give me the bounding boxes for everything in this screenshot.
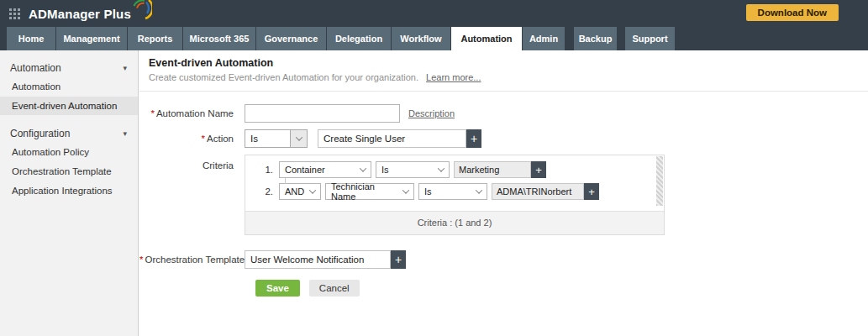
- add-orchestration-template-button[interactable]: +: [391, 250, 406, 269]
- required-asterisk: *: [139, 255, 143, 265]
- tab-home[interactable]: Home: [7, 27, 55, 50]
- criteria-row: Criteria 1. Container Is Marketing: [139, 155, 868, 235]
- chevron-down-icon: [305, 184, 320, 199]
- orchestration-template-value: User Welcome Notification: [250, 255, 364, 265]
- sidebar-item-automation[interactable]: Automation: [0, 77, 138, 96]
- app-header: ADManager Plus Download Now: [0, 0, 868, 27]
- sidebar-section-title: Automation: [10, 62, 61, 74]
- tab-backup[interactable]: Backup: [574, 27, 617, 50]
- tab-management[interactable]: Management: [56, 27, 127, 50]
- criteria-2-operator-value: Is: [424, 186, 432, 197]
- page-subtitle: Create customized Event-driven Automatio…: [149, 72, 868, 82]
- chevron-down-icon: [355, 162, 371, 177]
- page-subtitle-text: Create customized Event-driven Automatio…: [149, 72, 418, 82]
- criteria-index: 1.: [245, 165, 279, 175]
- add-criteria-2-button[interactable]: +: [584, 183, 599, 200]
- plus-icon: +: [395, 253, 402, 266]
- tab-governance[interactable]: Governance: [256, 27, 326, 50]
- sidebar-item-event-driven-automation[interactable]: Event-driven Automation: [0, 97, 138, 115]
- action-value-field[interactable]: Create Single User: [318, 129, 466, 148]
- add-action-button[interactable]: +: [466, 129, 481, 148]
- save-button[interactable]: Save: [255, 280, 300, 297]
- cancel-button[interactable]: Cancel: [309, 280, 360, 297]
- chevron-down-icon: [290, 130, 307, 147]
- criteria-2-logic-value: AND: [285, 186, 304, 197]
- main-content: Event-driven Automation Create customize…: [139, 50, 868, 336]
- description-link[interactable]: Description: [408, 108, 455, 118]
- action-value: Create Single User: [324, 134, 405, 144]
- chevron-down-icon: [434, 162, 449, 177]
- learn-more-link[interactable]: Learn more...: [426, 72, 481, 82]
- automation-name-label: *Automation Name: [139, 104, 245, 123]
- criteria-row-1: 1. Container Is Marketing +: [245, 161, 652, 178]
- sidebar-item-orchestration-template[interactable]: Orchestration Template: [0, 162, 138, 181]
- event-automation-form: *Automation Name Description *Action Is …: [139, 92, 868, 297]
- criteria-2-logic-select[interactable]: AND: [279, 183, 321, 200]
- plus-icon: +: [535, 164, 542, 176]
- page-title: Event-driven Automation: [149, 57, 868, 69]
- tab-delegation[interactable]: Delegation: [327, 27, 391, 50]
- action-row: *Action Is Create Single User +: [139, 129, 868, 148]
- criteria-1-field-value: Container: [285, 165, 325, 175]
- sidebar-section-configuration[interactable]: Configuration ▾: [0, 123, 138, 143]
- criteria-index: 2.: [245, 186, 279, 197]
- action-operator-value: Is: [250, 134, 258, 144]
- chevron-down-icon: [471, 184, 487, 199]
- orchestration-template-field[interactable]: User Welcome Notification: [245, 250, 391, 269]
- tab-workflow[interactable]: Workflow: [392, 27, 450, 50]
- sidebar: Automation ▾ Automation Event-driven Aut…: [0, 50, 139, 336]
- criteria-row-2: 2. AND Technician Name Is: [245, 183, 652, 200]
- sidebar-section-title: Configuration: [10, 128, 70, 139]
- criteria-connector-line: [285, 178, 286, 184]
- criteria-summary: Criteria : (1 and 2): [245, 211, 664, 234]
- tab-microsoft-365[interactable]: Microsoft 365: [183, 27, 255, 50]
- criteria-box: 1. Container Is Marketing + 2.: [245, 155, 665, 235]
- main-navigation: Home Management Reports Microsoft 365 Go…: [0, 27, 868, 50]
- logo-swoosh-icon: [132, 0, 152, 20]
- sidebar-item-automation-policy[interactable]: Automation Policy: [0, 143, 138, 161]
- tab-reports[interactable]: Reports: [128, 27, 182, 50]
- criteria-2-value-field[interactable]: ADMA\TRINorbert: [492, 183, 584, 200]
- chevron-down-icon: [399, 184, 413, 199]
- action-operator-select[interactable]: Is: [245, 129, 308, 148]
- orchestration-template-row: *Orchestration Template User Welcome Not…: [139, 250, 868, 269]
- criteria-scrollbar[interactable]: [656, 156, 663, 206]
- required-asterisk: *: [202, 134, 205, 144]
- criteria-1-operator-value: Is: [381, 165, 389, 175]
- download-now-button[interactable]: Download Now: [746, 4, 839, 21]
- app-title: ADManager Plus: [29, 7, 131, 21]
- apps-grid-icon[interactable]: [9, 8, 20, 19]
- plus-icon: +: [471, 132, 477, 145]
- automation-name-input[interactable]: [245, 104, 400, 123]
- sidebar-item-application-integrations[interactable]: Application Integrations: [0, 181, 138, 200]
- caret-down-icon: ▾: [123, 130, 127, 138]
- criteria-1-operator-select[interactable]: Is: [376, 161, 450, 178]
- criteria-2-field-value: Technician Name: [331, 181, 399, 202]
- plus-icon: +: [588, 186, 595, 198]
- caret-down-icon: ▾: [123, 65, 127, 72]
- form-actions: Save Cancel: [255, 280, 868, 297]
- tab-automation[interactable]: Automation: [451, 27, 522, 50]
- tab-admin[interactable]: Admin: [523, 27, 565, 50]
- automation-name-row: *Automation Name Description: [139, 104, 868, 123]
- orchestration-template-label: *Orchestration Template: [139, 250, 245, 269]
- add-criteria-1-button[interactable]: +: [531, 161, 546, 178]
- criteria-1-field-select[interactable]: Container: [279, 161, 371, 178]
- criteria-1-value-field[interactable]: Marketing: [454, 161, 531, 178]
- criteria-label: Criteria: [139, 155, 245, 235]
- action-label: *Action: [139, 129, 245, 148]
- criteria-2-field-select[interactable]: Technician Name: [325, 183, 414, 200]
- criteria-2-operator-select[interactable]: Is: [418, 183, 487, 200]
- tab-support[interactable]: Support: [625, 27, 675, 50]
- sidebar-section-automation[interactable]: Automation ▾: [0, 57, 138, 77]
- required-asterisk: *: [150, 108, 154, 118]
